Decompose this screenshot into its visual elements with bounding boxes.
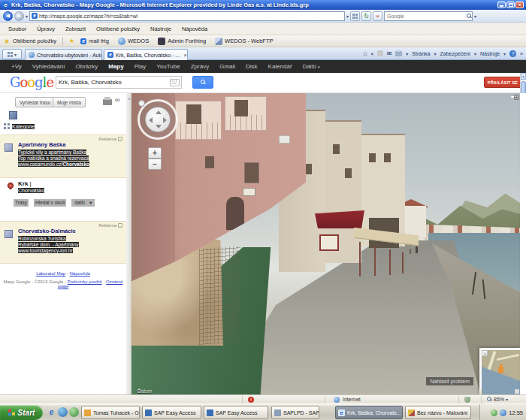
zoom-dropdown-icon[interactable]: ▾	[506, 397, 508, 402]
minimap-collapse-button[interactable]: ↘	[482, 350, 488, 356]
forward-button[interactable]: ▶	[14, 11, 24, 21]
print-icon[interactable]	[103, 99, 112, 105]
tab-close-icon[interactable]: ×	[183, 52, 187, 59]
pan-up-arrow[interactable]	[156, 110, 162, 114]
taskbar-button-outlook[interactable]: Tomas Tuhacek - Ost...	[81, 406, 140, 419]
ad-info-icon[interactable]: i	[118, 137, 122, 141]
add-favorite-star-icon[interactable]: ★	[69, 38, 74, 44]
pan-right-arrow[interactable]	[163, 117, 167, 123]
stop-button[interactable]: ×	[373, 11, 382, 21]
address-input[interactable]	[39, 14, 343, 19]
favorites-link-mail[interactable]: email frtg	[77, 38, 112, 44]
result-pin-icon[interactable]	[6, 181, 14, 189]
help-link[interactable]: Nápověda	[70, 271, 90, 276]
pan-control[interactable]	[138, 99, 178, 140]
tray-icon-2[interactable]	[500, 409, 506, 416]
security-menu[interactable]: Zabezpečení	[440, 51, 470, 56]
home-button[interactable]: ⌂	[363, 50, 367, 57]
pan-left-arrow[interactable]	[149, 117, 153, 123]
maximize-button[interactable]	[506, 2, 515, 8]
google-bar-item-kalendar[interactable]: Kalendář	[263, 63, 298, 70]
sidebar-scroll-strip[interactable]: ◂	[126, 93, 132, 394]
quick-tabs-button[interactable]: ▾	[2, 49, 22, 59]
print-button[interactable]	[395, 51, 402, 56]
error-icon[interactable]: !	[248, 397, 254, 403]
sign-in-button[interactable]: PŘIHLÁSIT SE	[484, 77, 521, 88]
keyboard-icon[interactable]	[170, 79, 180, 86]
back-button[interactable]: ◀	[3, 11, 13, 21]
menu-item-soubor[interactable]: Soubor	[3, 26, 32, 32]
history-dropdown-icon[interactable]: ▾	[26, 14, 28, 19]
ad-url[interactable]: www.casamundo.cz/Chorvatsko	[18, 162, 89, 167]
pegman-icon[interactable]	[498, 364, 503, 374]
maps-labs-link[interactable]: Laboratoř Map	[36, 271, 65, 276]
taskbar-button-sap1[interactable]: SAP Easy Access	[142, 406, 201, 419]
my-places-button[interactable]: Moje místa	[53, 97, 86, 107]
ad-title-link[interactable]: Chorvatsko-Dalmácie	[18, 228, 76, 234]
google-bar-item-youtube[interactable]: YouTube	[151, 63, 185, 70]
street-view[interactable]: + − × © 2013 Google Datum pořízení: říje…	[132, 93, 520, 394]
tray-clock[interactable]: 12:55	[509, 409, 523, 416]
search-box[interactable]	[384, 11, 473, 21]
get-directions-button[interactable]: Vyhledat trasu	[15, 97, 55, 107]
favorites-link-admin[interactable]: Admin Forthing	[155, 38, 209, 45]
pan-rotate-knob[interactable]	[138, 100, 145, 107]
taskbar-button-paint[interactable]: Bez názvu - Malování	[405, 406, 471, 419]
maps-search-field[interactable]	[56, 76, 182, 89]
quick-launch-ie[interactable]: e	[47, 407, 56, 417]
google-bar-item-gmail[interactable]: Gmail	[214, 63, 240, 70]
google-bar-item-vy[interactable]: +Vy	[6, 63, 27, 70]
tab-inactive[interactable]: Chorvatsko-ubytování - Auto...	[25, 49, 102, 60]
tab-active[interactable]: eKrk, Baška, Chorvatsko - ...×	[104, 49, 188, 60]
taskbar-button-sap2[interactable]: SAP Easy Access	[204, 406, 268, 419]
zoom-out-button[interactable]: −	[148, 159, 162, 170]
result-nearby-link[interactable]: Hledat v okolí	[34, 199, 66, 207]
google-bar-item-dalsi[interactable]: Další▾	[298, 63, 325, 70]
google-bar-item-vyhledavani[interactable]: Vyhledávání	[27, 63, 71, 70]
report-problem-link[interactable]: Nahlásit problém	[426, 377, 473, 385]
taskbar-button-ie-active[interactable]: eKrk, Baška, Chorvats...	[335, 406, 403, 419]
link-icon[interactable]: ∞	[115, 96, 119, 104]
streetview-close-button[interactable]: ×	[514, 94, 518, 101]
title-bar[interactable]: e Krk, Baška, Chorvatsko - Mapy Google -…	[0, 0, 526, 10]
menu-item-oblibene[interactable]: Oblíbené položky	[91, 26, 145, 32]
address-dropdown-icon[interactable]: ▾	[346, 14, 349, 19]
result-more-link[interactable]: další ▾	[71, 199, 95, 207]
google-bar-item-play[interactable]: Play	[129, 63, 152, 70]
refresh-button[interactable]: ↻	[361, 11, 371, 21]
feeds-button[interactable]	[377, 50, 383, 56]
help-button[interactable]: ?	[509, 50, 516, 57]
menu-item-nastroje[interactable]: Nástroje	[145, 26, 177, 32]
favorites-link-wedos[interactable]: WEDOS	[115, 38, 152, 45]
quick-launch-icon[interactable]	[69, 407, 79, 417]
quick-launch-icon[interactable]	[58, 407, 68, 417]
ad-title-link[interactable]: Apartmány Baška	[18, 141, 65, 148]
scroll-up-button[interactable]: ▲	[521, 73, 526, 80]
start-button[interactable]: Start	[0, 405, 43, 420]
terms-link[interactable]: Podmínky použití	[68, 279, 102, 284]
read-mail-button[interactable]: ✉	[387, 50, 392, 57]
google-bar-item-obrazky[interactable]: Obrázky	[70, 63, 103, 70]
tray-icon-1[interactable]	[491, 409, 497, 416]
search-dropdown-icon[interactable]: ▾	[474, 14, 476, 19]
favorites-link-webftp[interactable]: WEDOS - WebFTP	[212, 38, 276, 45]
ad-info-icon[interactable]: i	[118, 223, 122, 228]
minimize-button[interactable]	[497, 2, 506, 8]
menu-item-napoveda[interactable]: Nápověda	[177, 26, 213, 32]
maps-search-button[interactable]	[192, 76, 213, 89]
menu-item-upravy[interactable]: Úpravy	[32, 26, 60, 32]
taskbar-button-saplpd[interactable]: SAPLPD - SAPLPD	[271, 406, 319, 419]
pan-inner-circle[interactable]	[145, 107, 171, 132]
compatibility-button[interactable]	[350, 11, 360, 21]
maps-search-input[interactable]	[56, 79, 170, 86]
ie-search-input[interactable]	[385, 14, 467, 19]
layers-icon[interactable]	[9, 111, 17, 119]
google-bar-item-zpravy[interactable]: Zprávy	[186, 63, 214, 70]
google-logo[interactable]: Google	[10, 74, 53, 90]
zoom-in-button[interactable]: +	[148, 147, 162, 159]
result-title[interactable]: Krk |	[18, 180, 32, 187]
zoom-control[interactable]: 85% ▾	[487, 397, 508, 402]
address-field[interactable]: e	[29, 11, 345, 21]
tools-menu[interactable]: Nástroje	[480, 51, 500, 56]
page-menu[interactable]: Stránka	[412, 51, 430, 56]
